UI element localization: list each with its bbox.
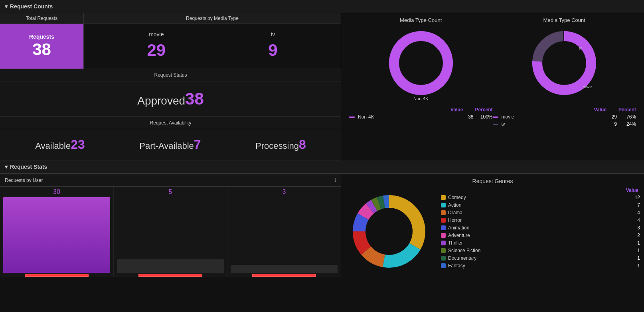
bar-indicator-2 — [138, 274, 203, 277]
bar-visual-container-2 — [117, 197, 224, 277]
part-available-value: 7 — [194, 137, 201, 152]
donut-chart-2-title: Media Type Count — [543, 17, 585, 23]
donut-chart-1: Media Type Count Non-4K Value Percent — [349, 17, 493, 156]
legend-header-value: Value — [450, 107, 463, 113]
part-available-item: Part-Available7 — [139, 137, 201, 152]
donut-chart-2-legend: Value Percent movie 29 76% tv 9 24% — [493, 107, 636, 128]
request-stats-title: Request Stats — [10, 164, 47, 170]
total-requests-box: Total Requests Requests 38 — [0, 13, 84, 69]
genre-legend-row: Comedy 12 — [441, 195, 640, 200]
genre-name: Documentary — [448, 255, 626, 261]
genre-value: 1 — [628, 255, 640, 261]
genres-title: Request Genres — [472, 178, 513, 184]
genre-dot — [441, 263, 446, 268]
genres-legend-rows: Comedy 12 Action 7 Drama 4 Horror 4 Anim… — [441, 195, 640, 269]
part-available-label: Part-Available — [139, 141, 194, 151]
genre-dot — [441, 195, 446, 200]
media-type-box: Requests by Media Type movie 29 tv 9 — [84, 13, 341, 69]
bar-item-1: 30 — [0, 187, 114, 277]
request-status-value: Approved38 — [0, 81, 341, 117]
available-value: 23 — [71, 137, 85, 152]
genre-legend-row: Horror 4 — [441, 217, 640, 223]
donut-chart-2: Media Type Count tv movie — [493, 17, 636, 156]
request-genres-section: Request Genres — [341, 174, 644, 279]
total-requests-number: 38 — [32, 40, 51, 59]
processing-item: Processing8 — [255, 137, 306, 152]
genre-legend-row: Action 7 — [441, 202, 640, 208]
movie-label: movie — [147, 31, 166, 38]
donut-chart-1-title: Media Type Count — [400, 17, 442, 23]
rbu-bars-row: 30 5 3 — [0, 187, 341, 277]
rbu-info-icon: ℹ — [334, 178, 336, 183]
genre-name: Drama — [448, 210, 626, 215]
legend-dot-movie — [493, 117, 498, 118]
genre-legend-row: Thriller 1 — [441, 240, 640, 246]
genre-name: Horror — [448, 217, 626, 223]
tv-count: tv 9 — [268, 31, 277, 60]
legend-header-percent-2: Percent — [618, 107, 636, 113]
request-availability-box: Request Availability Available23 Part-Av… — [0, 117, 341, 160]
request-counts-header: ▾ Request Counts — [0, 0, 644, 13]
genre-name: Animation — [448, 225, 626, 231]
genre-value: 1 — [628, 263, 640, 269]
request-status-box: Request Status Approved38 — [0, 69, 341, 117]
genre-name: Adventure — [448, 233, 626, 238]
tv-value: 9 — [268, 41, 277, 60]
genres-legend-header: Value — [441, 188, 640, 193]
genre-dot — [441, 203, 446, 207]
genre-legend-row: Drama 4 — [441, 210, 640, 215]
genre-dot — [441, 225, 446, 230]
genre-dot — [441, 210, 446, 215]
genre-value: 12 — [628, 195, 640, 200]
genre-dot — [441, 218, 446, 223]
bar-visual-2 — [117, 259, 224, 273]
bar-count-1: 30 — [53, 188, 60, 195]
request-availability-header: Request Availability — [0, 117, 341, 129]
genre-value: 4 — [628, 210, 640, 215]
genre-value: 7 — [628, 202, 640, 208]
genres-legend: Value Comedy 12 Action 7 Drama 4 Horror … — [441, 188, 640, 275]
total-requests-label: Requests — [29, 34, 54, 40]
bar-item-2: 5 — [114, 187, 227, 277]
svg-point-4 — [552, 51, 577, 76]
movie-value: 29 — [147, 41, 166, 60]
genre-value: 2 — [628, 233, 640, 238]
genre-value: 1 — [628, 240, 640, 246]
genre-legend-row: Documentary 1 — [441, 255, 640, 261]
genre-value: 4 — [628, 217, 640, 223]
genre-dot — [441, 241, 446, 245]
genre-dot — [441, 248, 446, 253]
bar-indicator-1 — [25, 274, 89, 277]
bar-indicator-3 — [252, 274, 316, 277]
genre-dot — [441, 256, 446, 261]
media-type-header: Requests by Media Type — [84, 13, 341, 24]
approved-value: 38 — [185, 89, 204, 108]
bar-visual-container-1 — [3, 197, 110, 277]
request-stats-header: ▾ Request Stats — [0, 160, 644, 174]
bar-count-3: 3 — [282, 188, 286, 195]
available-item: Available23 — [35, 137, 85, 152]
legend-name-tv: tv — [502, 121, 594, 127]
legend-name-movie: movie — [502, 114, 594, 120]
request-status-header: Request Status — [0, 69, 341, 81]
genres-donut-chart — [345, 188, 433, 275]
legend-value-movie: 29 — [597, 114, 617, 120]
available-label: Available — [35, 141, 71, 151]
donut-chart-1-legend: Value Percent Non-4K 38 100% — [349, 107, 493, 121]
rbu-header: Requests by User ℹ — [0, 174, 341, 187]
genre-legend-row: Animation 3 — [441, 225, 640, 231]
movie-count: movie 29 — [147, 31, 166, 60]
svg-text:movie: movie — [583, 85, 593, 89]
genre-dot — [441, 233, 446, 238]
genre-legend-row: Fantasy 1 — [441, 263, 640, 269]
legend-value-non4k: 38 — [454, 114, 474, 120]
request-counts-title: Request Counts — [10, 3, 53, 10]
genre-legend-row: Adventure 2 — [441, 233, 640, 238]
genre-name: Thriller — [448, 240, 626, 246]
bar-item-3: 3 — [227, 187, 341, 277]
legend-header-percent: Percent — [475, 107, 492, 113]
genre-value: 1 — [628, 248, 640, 253]
genres-container: Value Comedy 12 Action 7 Drama 4 Horror … — [345, 188, 640, 275]
total-requests-value-box: Requests 38 — [0, 24, 83, 69]
genre-legend-row: Science Fiction 1 — [441, 248, 640, 253]
